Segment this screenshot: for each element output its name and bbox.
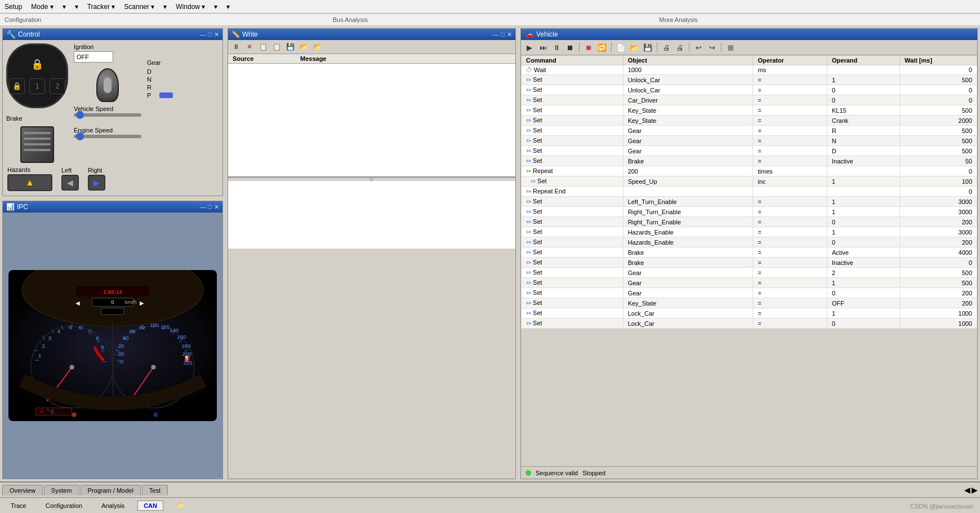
table-row[interactable]: ⇔ Set Gear = D 500: [522, 146, 977, 156]
table-row[interactable]: ⇔ Set Right_Turn_Enable = 0 200: [522, 217, 977, 227]
footer-tab-trace[interactable]: Trace: [5, 501, 33, 511]
table-row[interactable]: ⇔ Set Key_State = KL15 500: [522, 105, 977, 116]
key-fob[interactable]: 🔒 🔒 1 2: [6, 43, 68, 108]
table-row[interactable]: ⇔ Repeat End 0: [522, 187, 977, 197]
table-row[interactable]: ⇔ Set Car_Driver = 0 0: [522, 95, 977, 105]
vtool-step[interactable]: ⏭: [537, 41, 549, 54]
key-btn-1[interactable]: 1: [29, 78, 45, 94]
table-row[interactable]: ⇔ Set Hazards_Enable = 0 200: [522, 237, 977, 247]
table-row[interactable]: ⇔ Set Gear = 1 500: [522, 278, 977, 288]
table-row[interactable]: ⏱ Wait 1000 ms 0: [522, 65, 977, 75]
control-close-btn[interactable]: ✕: [214, 31, 219, 38]
ignition-input[interactable]: [74, 51, 113, 63]
control-title: Control: [18, 30, 40, 38]
table-row[interactable]: ⇔ Set Right_Turn_Enable = 1 3000: [522, 207, 977, 217]
menu-dropdown1[interactable]: ▾: [63, 3, 66, 11]
vtool-record[interactable]: ⏺: [582, 41, 595, 54]
vtool-print[interactable]: 🖨: [660, 41, 672, 54]
write-pause-btn[interactable]: ⏸: [230, 41, 242, 52]
gear-n: N: [147, 76, 173, 83]
menu-tracker[interactable]: Tracker ▾: [87, 3, 115, 11]
vehicle-speed-thumb[interactable]: [76, 111, 84, 119]
set-icon: ⇔: [526, 137, 531, 144]
write-split-handle[interactable]: ≡: [228, 176, 515, 181]
key-btn-lock[interactable]: 🔒: [9, 78, 25, 94]
table-row[interactable]: ⇔ Set Brake = Active 4000: [522, 247, 977, 258]
vtool-loop[interactable]: 🔁: [596, 41, 608, 54]
write-tool7[interactable]: 📂: [311, 41, 323, 52]
gear-n-label: N: [147, 76, 154, 83]
left-arrow-btn[interactable]: ◀: [61, 175, 79, 191]
key-btn-2[interactable]: 2: [50, 78, 65, 94]
menu-window[interactable]: Window ▾: [176, 3, 205, 11]
footer-tab-analysis[interactable]: Analysis: [95, 501, 131, 511]
write-stop-btn[interactable]: ✕: [244, 41, 255, 52]
vtool-grid[interactable]: ⊞: [724, 41, 737, 54]
ipc-minimize-btn[interactable]: —: [199, 204, 206, 211]
write-save-btn[interactable]: 💾: [284, 41, 296, 52]
table-row[interactable]: ⇔ Set Gear = 0 200: [522, 288, 977, 298]
vtool-undo[interactable]: ↩: [692, 41, 705, 54]
cell-operand: 1: [827, 197, 900, 207]
write-close-btn[interactable]: ✕: [507, 31, 512, 38]
ipc-restore-btn[interactable]: □: [208, 204, 212, 211]
ipc-close-btn[interactable]: ✕: [214, 204, 219, 211]
hazards-btn[interactable]: ▲: [7, 174, 52, 191]
vtool-sep2: [611, 42, 612, 52]
menu-setup[interactable]: Setup: [5, 3, 22, 11]
svg-text:60: 60: [130, 328, 136, 334]
table-row[interactable]: ⇔ Set Unlock_Car = 1 500: [522, 75, 977, 85]
menu-scanner[interactable]: Scanner ▾: [124, 3, 154, 11]
engine-speed-thumb[interactable]: [76, 132, 84, 140]
table-row[interactable]: ⇔ Set Brake = Inactive 0: [522, 258, 977, 268]
vtool-new[interactable]: 📄: [614, 41, 627, 54]
brake-pedal[interactable]: [20, 126, 54, 163]
table-row[interactable]: ⇔ Set Key_State = Crank 2000: [522, 116, 977, 126]
tab-test[interactable]: Test: [142, 485, 168, 496]
vtool-redo[interactable]: ↪: [706, 41, 718, 54]
vtool-printprev[interactable]: 🖨: [674, 41, 686, 54]
vtool-open[interactable]: 📂: [628, 41, 640, 54]
footer-tab-can[interactable]: CAN: [137, 501, 163, 511]
menu-dropdown4[interactable]: ▾: [214, 3, 217, 11]
table-row[interactable]: ⇔ Set Brake = Inactive 50: [522, 156, 977, 166]
table-row[interactable]: ⇔ Set Gear = R 500: [522, 126, 977, 136]
menu-dropdown3[interactable]: ▾: [163, 3, 167, 11]
menu-dropdown2[interactable]: ▾: [75, 3, 78, 11]
write-tool6[interactable]: 📂: [298, 41, 309, 52]
table-row[interactable]: ⇔ Set Key_State = OFF 200: [522, 298, 977, 308]
cell-object: Unlock_Car: [623, 85, 753, 95]
write-restore-btn[interactable]: □: [501, 31, 505, 38]
control-restore-btn[interactable]: □: [208, 31, 212, 38]
vehicle-speed-track: [74, 113, 141, 117]
cell-wait: 3000: [899, 207, 977, 217]
tab-nav-left[interactable]: ◀: [964, 485, 970, 494]
write-tool4[interactable]: 📋: [271, 41, 282, 52]
vtool-play[interactable]: ▶: [523, 41, 536, 54]
write-minimize-btn[interactable]: —: [492, 31, 498, 38]
table-row[interactable]: ⇔ Repeat 200 times 0: [522, 166, 977, 176]
tab-nav-right[interactable]: ▶: [972, 485, 978, 494]
table-row[interactable]: ⇔ Set Unlock_Car = 0 0: [522, 85, 977, 95]
vtool-pause[interactable]: ⏸: [550, 41, 563, 54]
menu-mode[interactable]: Mode ▾: [31, 3, 53, 11]
vtool-stop[interactable]: ⏹: [564, 41, 576, 54]
write-tool3[interactable]: 📋: [257, 41, 269, 52]
tab-system[interactable]: System: [44, 485, 79, 496]
table-row[interactable]: ⇔ Set Left_Turn_Enable = 1 3000: [522, 197, 977, 207]
footer-tab-configuration[interactable]: Configuration: [39, 501, 88, 511]
table-row[interactable]: ⇔ Set Hazards_Enable = 1 3000: [522, 227, 977, 237]
tab-program-model[interactable]: Program / Model: [81, 485, 141, 496]
table-row[interactable]: ⇔ Set Gear = N 500: [522, 136, 977, 146]
table-row[interactable]: ⇔ Set Lock_Car = 0 1000: [522, 319, 977, 329]
right-arrow-btn[interactable]: ▶: [88, 175, 105, 191]
vtool-save[interactable]: 💾: [642, 41, 654, 54]
engine-speed-track: [74, 135, 141, 138]
table-row[interactable]: ⇔ Set Gear = 2 500: [522, 268, 977, 278]
tab-overview[interactable]: Overview: [2, 485, 43, 496]
control-minimize-btn[interactable]: —: [199, 31, 206, 38]
menu-dropdown5[interactable]: ▾: [226, 3, 230, 11]
footer-tab-folder[interactable]: 📁: [170, 500, 190, 511]
table-row[interactable]: ⇔ Set Speed_Up inc 1 100: [522, 176, 977, 187]
table-row[interactable]: ⇔ Set Lock_Car = 1 1000: [522, 308, 977, 319]
